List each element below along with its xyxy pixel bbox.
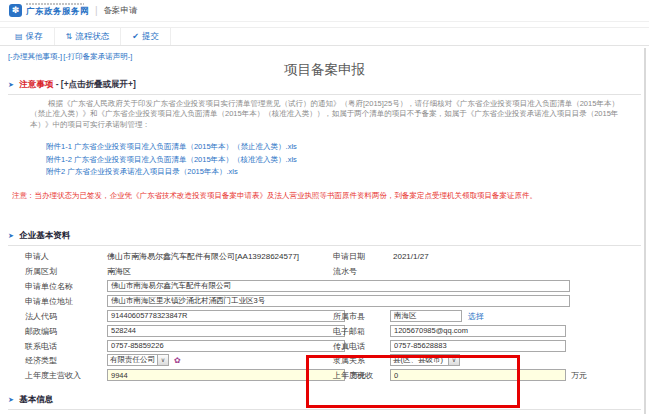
postcode-input[interactable] — [107, 325, 345, 337]
company-form: 申请人 佛山市南海易尔鑫汽车配件有限公司[AA13928624577] 申请日期… — [0, 249, 649, 383]
brand: 广东政务服务网 — [26, 3, 89, 18]
process-status-icon: ⇅ — [66, 32, 73, 41]
phone-label: 联系电话 — [25, 340, 57, 351]
company-section-title: 企业基本资料 — [19, 230, 70, 240]
postcode-label: 邮政编码 — [25, 325, 57, 336]
unit-name-input[interactable] — [107, 280, 570, 292]
process-status-label: 流程状态 — [75, 31, 109, 43]
row-unit-name: 申请单位名称 — [0, 279, 649, 294]
save-icon: ▤ — [15, 32, 23, 41]
page-title: 项目备案申报 — [0, 62, 649, 77]
submit-check-icon: ✔ — [132, 32, 139, 41]
brand-name: 广东政务服务网 — [26, 6, 89, 18]
quick-links: [-办理其他事项-][-打印备案承诺声明-] — [8, 52, 649, 61]
phone-input[interactable] — [107, 340, 345, 352]
applicant-value: 佛山市南海易尔鑫汽车配件有限公司[AA13928624577] — [107, 251, 299, 262]
chevron-down-icon: ∨ — [448, 355, 459, 365]
header-page-name: 备案申请 — [104, 5, 138, 17]
serial-number-label: 流水号 — [333, 266, 357, 277]
affiliation-label: 隶属关系 — [333, 355, 365, 366]
row-economic-type: 经济类型 有限责任公司 ∨ ✿ 隶属关系 县(区、县级市) ∨ — [0, 353, 649, 368]
apply-date-value: 2021/1/27 — [393, 252, 429, 261]
economic-type-value: 有限责任公司 — [108, 355, 157, 365]
header-divider: | — [95, 5, 98, 16]
brand-tagline — [26, 3, 84, 5]
toolbar: ▤ 保存 ⇅ 流程状态 ✔ 提交 — [0, 27, 649, 46]
economic-type-select[interactable]: 有限责任公司 ∨ — [107, 354, 169, 366]
basic-section-title: 基本信息 — [19, 394, 53, 404]
notice-title: 注意事项 — [19, 79, 53, 89]
row-unit-address: 申请单位地址 — [0, 293, 649, 308]
attachment-link-1[interactable]: 附件1-1 广东省企业投资项目准入负面清单（2015年本）（禁止准入类）.xls — [46, 141, 649, 154]
revenue-label: 上年度主营收入 — [25, 370, 81, 381]
process-status-button[interactable]: ⇅ 流程状态 — [55, 28, 122, 45]
city-label: 所属市县 — [333, 310, 365, 321]
print-commitment-link[interactable]: [-打印备案承诺声明-] — [63, 52, 132, 61]
city-input[interactable] — [390, 310, 462, 322]
email-label: 电子邮箱 — [333, 325, 365, 336]
district-label: 所属区划 — [25, 266, 57, 277]
other-matters-link[interactable]: [-办理其他事项-] — [8, 52, 62, 61]
section-arrow-icon: ➤ — [8, 81, 14, 88]
applicant-label: 申请人 — [25, 251, 49, 262]
basic-section-header: ➤ 基本信息 — [8, 392, 641, 410]
chevron-down-icon: ∨ — [157, 355, 168, 365]
affiliation-select[interactable]: 县(区、县级市) ∨ — [390, 354, 460, 366]
notice-paragraph: 根据《广东省人民政府关于印发广东省企业投资项目实行清单管理意见（试行）的通知》（… — [30, 99, 624, 130]
row-phone: 联系电话 传真电话 — [0, 338, 649, 353]
economic-type-label: 经济类型 — [25, 355, 57, 366]
save-button[interactable]: ▤ 保存 — [4, 28, 55, 45]
legal-code-input[interactable] — [107, 310, 345, 322]
email-input[interactable] — [390, 325, 566, 337]
app-header: ✽ 广东政务服务网 | 备案申请 — [0, 0, 649, 22]
fax-input[interactable] — [390, 340, 566, 352]
unit-address-input[interactable] — [107, 295, 570, 307]
apply-date-label: 申请日期 — [333, 251, 365, 262]
row-applicant: 申请人 佛山市南海易尔鑫汽车配件有限公司[AA13928624577] 申请日期… — [0, 249, 649, 264]
notice-section-header[interactable]: ➤ 注意事项 - [+点击折叠或展开+] — [8, 77, 641, 95]
submit-button[interactable]: ✔ 提交 — [121, 28, 171, 45]
fax-label: 传真电话 — [333, 340, 365, 351]
attachment-list: 附件1-1 广东省企业投资项目准入负面清单（2015年本）（禁止准入类）.xls… — [46, 141, 649, 179]
attachment-link-3[interactable]: 附件2 广东省企业投资承诺准入项目目录（2015年本）.xls — [46, 166, 649, 179]
row-district: 所属区划 南海区 流水号 — [0, 264, 649, 279]
flower-help-icon: ✿ — [174, 356, 181, 365]
scrollbar[interactable] — [644, 48, 646, 414]
notice-collapse-toggle[interactable]: - [+点击折叠或展开+] — [56, 79, 136, 89]
warning-text: 注意：当办理状态为已签发，企业凭《广东省技术改造投资项目备案申请表》及法人营业执… — [12, 191, 629, 201]
tax-label: 上年度税收 — [333, 370, 373, 381]
attachment-link-2[interactable]: 附件1-2 广东省企业投资项目准入负面清单（2015年本）（核准准入类）.xls — [46, 154, 649, 167]
section-arrow-icon: ➤ — [8, 396, 14, 403]
gov-logo-icon: ✽ — [9, 4, 22, 17]
unit-address-label: 申请单位地址 — [25, 295, 73, 306]
legal-code-label: 法人代码 — [25, 310, 57, 321]
city-select-link[interactable]: 选择 — [468, 310, 484, 321]
revenue-input[interactable] — [107, 369, 345, 381]
unit-name-label: 申请单位名称 — [25, 281, 73, 292]
save-label: 保存 — [26, 31, 43, 43]
company-section-header: ➤ 企业基本资料 — [8, 228, 641, 246]
district-value: 南海区 — [107, 266, 131, 277]
tax-input[interactable] — [390, 369, 566, 381]
row-revenue: 上年度主营收入 万元 上年度税收 万元 — [0, 368, 649, 383]
section-arrow-icon: ➤ — [8, 232, 14, 239]
affiliation-value: 县(区、县级市) — [391, 355, 448, 365]
tax-unit: 万元 — [571, 370, 587, 381]
submit-label: 提交 — [142, 31, 159, 43]
row-postcode: 邮政编码 电子邮箱 — [0, 323, 649, 338]
row-legal-code: 法人代码 所属市县 选择 — [0, 308, 649, 323]
